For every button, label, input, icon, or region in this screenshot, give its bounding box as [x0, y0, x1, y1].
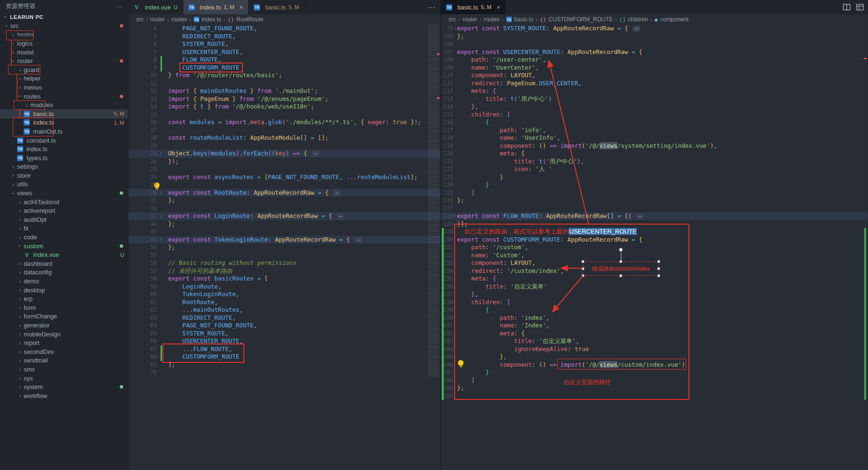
code-line-120[interactable]: 120 meta: { [441, 150, 868, 158]
code-line-235[interactable]: 235 meta: { [441, 275, 868, 283]
tree-folder-bi[interactable]: ›bi [0, 224, 128, 233]
tree-folder-sms[interactable]: ›sms [0, 365, 128, 374]
code-line-36[interactable]: 36 [128, 205, 440, 213]
close-icon[interactable]: × [240, 4, 243, 11]
code-line-116[interactable]: 116 { [441, 118, 868, 127]
code-line-5[interactable]: 5 REDIRECT_ROUTE, [128, 33, 440, 41]
code-line-123[interactable]: 123 } [441, 173, 868, 181]
code-line-250[interactable]: 250 [441, 392, 868, 400]
breadcrumb-item-routes[interactable]: routes [484, 16, 500, 23]
tree-folder-logics[interactable]: ›logics [0, 39, 128, 48]
tree-folder-code[interactable]: ›code [0, 233, 128, 242]
code-line-65[interactable]: 65 SYSTEM_ROUTE, [128, 330, 440, 338]
code-line-64[interactable]: 64 PAGE_NOT_FOUND_ROUTE, [128, 322, 440, 330]
code-line-105[interactable]: 105}; [441, 33, 868, 41]
code-line-115[interactable]: 115 children: [ [441, 111, 868, 119]
code-line-17[interactable]: 17 [128, 127, 440, 135]
code-line-7[interactable]: 7 USERCENTER_ROUTE, [128, 48, 440, 56]
tab-basic.ts[interactable]: TSbasic.ts5, M× [441, 0, 506, 14]
code-line-10[interactable]: 10} from '/@/router/routes/basic'; [128, 72, 440, 80]
code-line-244[interactable]: 244 ignoreKeepAlive: true [441, 345, 868, 353]
tree-folder-model[interactable]: ›model [0, 48, 128, 57]
tree-file-types.ts[interactable]: TStypes.ts [0, 154, 128, 163]
code-line-233[interactable]: 233 component: LAYOUT, [441, 259, 868, 267]
code-line-126[interactable]: 126}; [441, 197, 868, 205]
code-line-243[interactable]: 243 title: '自定义菜单', [441, 337, 868, 345]
code-line-6[interactable]: 6 SYSTEM_ROUTE, [128, 40, 440, 48]
more-actions-icon[interactable]: ⋯ [428, 0, 436, 14]
tree-folder-custom[interactable]: ›custom [0, 242, 128, 251]
code-line-58[interactable]: 58export const basicRoutes = [ [128, 275, 440, 283]
code-line-12[interactable]: 12import { mainOutRoutes } from './mainO… [128, 87, 440, 95]
code-line-24[interactable]: 24}); [128, 158, 440, 166]
code-line-242[interactable]: 242 meta: { [441, 330, 868, 338]
code-line-25[interactable]: 25 [128, 165, 440, 173]
code-line-57[interactable]: 57// 未经许可的基本路由 [128, 267, 440, 275]
breadcrumb-item-src[interactable]: src [448, 16, 456, 23]
code-line-18[interactable]: 18const routeModuleList: AppRouteModule[… [128, 134, 440, 142]
tree-folder-utils[interactable]: ›utils [0, 180, 128, 189]
breadcrumb-item-src[interactable]: src [136, 16, 143, 23]
code-line-14[interactable]: 14import { t } from '/@/hooks/web/useI18… [128, 103, 440, 111]
tree-file-mainOut.ts[interactable]: TSmainOut.ts [0, 127, 128, 136]
code-line-118[interactable]: 118 name: 'UserInfo', [441, 134, 868, 142]
breadcrumb-item-routes[interactable]: routes [171, 16, 187, 23]
code-line-125[interactable]: 125 ] [441, 189, 868, 197]
tree-folder-settings[interactable]: ›settings [0, 163, 128, 172]
tree-folder-dataconfig[interactable]: ›dataconfig [0, 268, 128, 277]
breadcrumb-item-children[interactable]: children [628, 16, 648, 23]
tree-folder-auditOpt[interactable]: ›auditOpt [0, 215, 128, 224]
breadcrumb-item-RootRoute[interactable]: RootRoute [236, 16, 263, 23]
code-line-28[interactable]: 28›export const RootRoute: AppRouteRecor… [128, 189, 440, 197]
code-line-113[interactable]: 113 title: t('用户中心') [441, 95, 868, 103]
breadcrumb-item-router[interactable]: router [463, 16, 477, 23]
code-line-37[interactable]: 37›export const LoginRoute: AppRouteReco… [128, 212, 440, 220]
more-actions-icon[interactable]: ⋯ [116, 3, 123, 10]
code-line-121[interactable]: 121 title: t('用户中心'), [441, 158, 868, 166]
code-line-249[interactable]: 249}; [441, 384, 868, 392]
tree-folder-helper[interactable]: ›helper [0, 74, 128, 83]
breadcrumb-item-CUSTOMFORM_ROUTE[interactable]: CUSTOMFORM_ROUTE [548, 16, 613, 23]
code-line-69[interactable]: 69]; [128, 361, 440, 369]
code-line-60[interactable]: 60 TokenLoginRoute, [128, 290, 440, 298]
tab-index.vue[interactable]: Vindex.vueU [128, 0, 183, 14]
tree-folder-router[interactable]: ›router [0, 56, 128, 65]
code-line-245[interactable]: 245 }, [441, 353, 868, 361]
tree-folder-menus[interactable]: ›menus [0, 83, 128, 92]
tree-folder-secondDev[interactable]: ›secondDev [0, 347, 128, 356]
code-line-247[interactable]: 247 } [441, 369, 868, 377]
code-line-241[interactable]: 241 name: 'Index', [441, 322, 868, 330]
tree-folder-report[interactable]: ›report [0, 338, 128, 347]
code-line-20[interactable]: 20›Object.keys(modules).forEach((key) =>… [128, 150, 440, 158]
code-line-117[interactable]: 117 path: 'info', [441, 127, 868, 135]
code-line-231[interactable]: 231 path: '/custom', [441, 244, 868, 252]
tree-file-index.vue[interactable]: Vindex.vueU [0, 250, 128, 259]
split-editor-icon[interactable] [843, 3, 850, 11]
tree-folder-demo[interactable]: ›demo [0, 277, 128, 286]
code-line-11[interactable]: 11 [128, 80, 440, 88]
code-line-111[interactable]: 111 redirect: PageEnum.USER_CENTER, [441, 80, 868, 88]
tree-folder-guard[interactable]: ›guard [0, 65, 128, 74]
code-line-8[interactable]: 8 FLOW_ROUTE, [128, 56, 440, 64]
customize-layout-icon[interactable] [856, 3, 864, 11]
code-line-66[interactable]: 66 USERCENTER_ROUTE, [128, 337, 440, 345]
code-line-228[interactable]: 228}]; [441, 220, 868, 228]
tree-folder-store[interactable]: ›store [0, 171, 128, 180]
tree-folder-views[interactable]: ›views [0, 189, 128, 198]
breadcrumb-item-component[interactable]: component [660, 16, 688, 23]
code-line-127[interactable]: 127 [441, 205, 868, 213]
code-line-76[interactable]: 76›export const SYSTEM_ROUTE: AppRouteRe… [441, 25, 868, 33]
code-line-13[interactable]: 13import { PageEnum } from '/@/enums/pag… [128, 95, 440, 103]
code-line-112[interactable]: 112 meta: { [441, 87, 868, 95]
code-line-70[interactable]: 70 [128, 369, 440, 377]
project-root-row[interactable]: › LEARUN PC [0, 12, 128, 21]
code-line-246[interactable]: 246 component: () => import('/@/views/cu… [441, 361, 868, 369]
code-line-26[interactable]: 26export const asyncRoutes = [PAGE_NOT_F… [128, 173, 440, 181]
tree-folder-workflow[interactable]: ›workflow [0, 391, 128, 400]
tree-folder-generator[interactable]: ›generator [0, 321, 128, 330]
code-line-239[interactable]: 239 { [441, 306, 868, 314]
code-line-44[interactable]: 44}; [128, 220, 440, 228]
code-line-248[interactable]: 248 ] [441, 377, 868, 385]
code-line-229[interactable]: 229 [441, 228, 868, 236]
code-editor-basic-ts[interactable]: 自己定义的路由，格式可以参考上面的USERCENTER_ROUTE 组成路由/c… [441, 25, 868, 470]
